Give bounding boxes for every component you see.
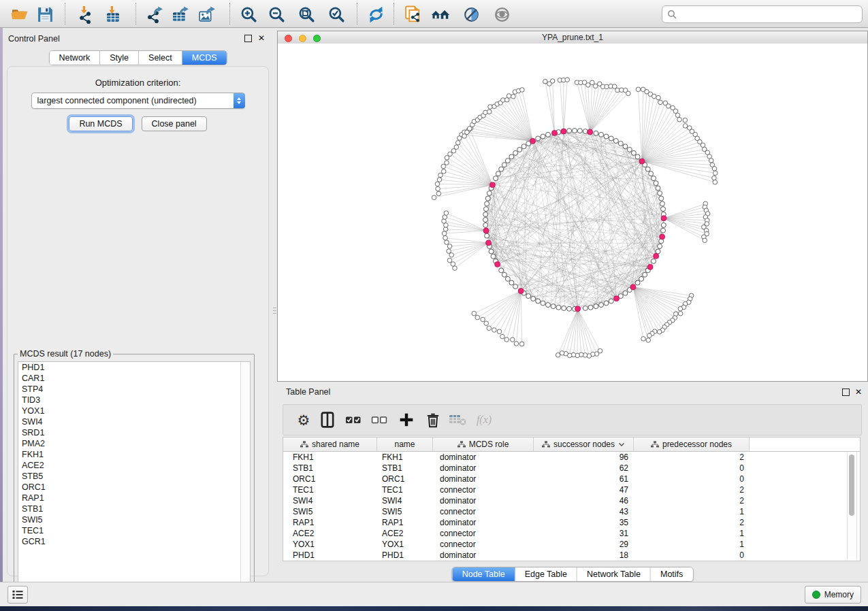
import-network-icon[interactable] (76, 5, 95, 24)
export-table-icon[interactable] (171, 5, 190, 24)
tab-mcds[interactable]: MCDS (182, 51, 227, 65)
mcds-result-item[interactable]: ACE2 (18, 460, 250, 471)
float-table-panel-icon[interactable] (841, 387, 850, 397)
cell-shared-name: ACE2 (283, 529, 377, 538)
column-header-MCDS-role[interactable]: MCDS role (433, 437, 534, 451)
export-network-icon[interactable] (145, 5, 164, 24)
desktop-wallpaper-left (0, 27, 3, 606)
column-header-name[interactable]: name (377, 437, 433, 451)
select-all-icon[interactable] (344, 411, 362, 429)
cell-name: STB1 (377, 463, 433, 473)
sort-desc-icon (618, 442, 625, 447)
mcds-result-item[interactable]: SWI5 (18, 514, 250, 525)
mcds-result-item[interactable]: STB1 (18, 503, 250, 514)
table-row[interactable]: SWI5SWI5connector431 (283, 506, 860, 517)
cell-predecessor-nodes: 2 (634, 496, 750, 506)
mcds-result-item[interactable]: ORC1 (18, 482, 250, 493)
mcds-result-item[interactable]: YOX1 (18, 406, 250, 416)
mcds-result-item[interactable]: RAP1 (18, 493, 250, 503)
save-session-icon[interactable] (35, 5, 54, 24)
search-input[interactable] (677, 7, 862, 21)
cell-successor-nodes: 35 (534, 518, 634, 527)
gear-icon[interactable]: ⚙ (295, 411, 312, 429)
export-image-icon[interactable] (197, 5, 216, 24)
run-mcds-button[interactable]: Run MCDS (69, 116, 132, 131)
mcds-result-list[interactable]: PHD1CAR1STP4TID3YOX1SWI4SRD1PMA2FKH1ACE2… (18, 361, 251, 588)
import-table-icon[interactable] (103, 5, 123, 24)
float-panel-icon[interactable] (243, 33, 253, 43)
network-canvas[interactable] (278, 44, 867, 381)
mcds-tab-content: Optimization criterion: largest connecte… (7, 66, 269, 576)
table-row[interactable]: STB1STB1dominator620 (283, 463, 860, 474)
cell-MCDS-role: dominator (433, 496, 534, 506)
delete-row-icon[interactable] (424, 411, 442, 429)
table-row[interactable]: RAP1RAP1dominator352 (283, 517, 860, 528)
clone-network-icon[interactable] (403, 5, 422, 24)
hide-panels-icon[interactable] (462, 5, 481, 24)
cell-predecessor-nodes: 0 (634, 550, 750, 560)
cell-name: ORC1 (377, 474, 433, 484)
zoom-in-icon[interactable] (239, 5, 258, 24)
close-panel-button[interactable]: Close panel (142, 116, 207, 131)
cell-MCDS-role: connector (433, 540, 534, 549)
optimization-criterion-select[interactable]: largest connected component (undirected) (31, 93, 245, 109)
close-panel-icon[interactable]: ✕ (257, 33, 266, 43)
mcds-result-group: MCDS result (17 nodes) PHD1CAR1STP4TID3Y… (14, 349, 255, 592)
table-scrollbar[interactable] (847, 452, 857, 560)
open-session-icon[interactable] (10, 5, 29, 24)
panel-selector-button[interactable] (7, 586, 28, 604)
table-row[interactable]: TEC1TEC1connector472 (283, 484, 860, 495)
table-row[interactable]: ACE2ACE2connector311 (283, 528, 860, 539)
mcds-result-item[interactable]: STB5 (18, 471, 250, 482)
table-row[interactable]: YOX1YOX1connector291 (283, 539, 860, 550)
zoom-selected-icon[interactable] (327, 5, 346, 24)
splitter-handle[interactable] (272, 301, 277, 319)
mcds-result-item[interactable]: SRD1 (18, 427, 250, 438)
table-row[interactable]: FKH1FKH1dominator962 (283, 452, 860, 463)
cell-name: PHD1 (377, 550, 433, 560)
deselect-all-icon[interactable] (370, 411, 388, 429)
tab-edge-table[interactable]: Edge Table (515, 567, 577, 581)
column-header-predecessor-nodes[interactable]: predecessor nodes (634, 437, 750, 451)
search-box[interactable] (662, 5, 863, 23)
refresh-layout-icon[interactable] (366, 5, 385, 24)
tab-select[interactable]: Select (139, 51, 182, 65)
mcds-result-item[interactable]: PHD1 (18, 362, 250, 373)
list-icon (12, 590, 23, 599)
column-header-successor-nodes[interactable]: successor nodes (534, 437, 634, 451)
cell-shared-name: TEC1 (283, 485, 377, 495)
column-header-shared-name[interactable]: shared name (283, 437, 377, 451)
tab-style[interactable]: Style (100, 51, 139, 65)
control-panel-title: Control Panel (8, 34, 60, 44)
cell-shared-name: SWI5 (283, 507, 377, 516)
columns-icon[interactable] (319, 411, 336, 429)
mcds-result-item[interactable]: SWI4 (18, 416, 250, 427)
tab-network-table[interactable]: Network Table (577, 567, 651, 581)
add-row-icon[interactable] (398, 411, 415, 429)
table-scrollbar-thumb[interactable] (849, 455, 854, 516)
mcds-result-item[interactable]: GCR1 (18, 536, 250, 547)
tab-network[interactable]: Network (49, 51, 100, 65)
zoom-out-icon[interactable] (267, 5, 286, 24)
mcds-result-item[interactable]: PMA2 (18, 438, 250, 449)
show-panels-icon[interactable] (492, 5, 511, 24)
zoom-fit-icon[interactable] (297, 5, 316, 24)
cell-name: SWI4 (377, 496, 433, 506)
table-row[interactable]: PHD1PHD1dominator180 (283, 550, 860, 561)
table-toolbar: ⚙ f(x) (283, 404, 862, 435)
tab-motifs[interactable]: Motifs (651, 567, 692, 581)
mcds-result-item[interactable]: FKH1 (18, 449, 250, 460)
mcds-result-item[interactable]: TID3 (18, 395, 250, 406)
close-table-panel-icon[interactable]: ✕ (854, 387, 863, 397)
table-row[interactable]: ORC1ORC1dominator610 (283, 474, 860, 484)
home-icon[interactable] (431, 5, 450, 24)
mcds-result-item[interactable]: TEC1 (18, 525, 250, 536)
mcds-result-item[interactable]: STP4 (18, 384, 250, 395)
memory-button[interactable]: Memory (805, 586, 861, 604)
tab-node-table[interactable]: Node Table (453, 567, 515, 581)
mcds-result-scrollbar[interactable] (240, 362, 250, 587)
mcds-result-item[interactable]: CAR1 (18, 373, 250, 384)
cell-successor-nodes: 47 (534, 485, 634, 495)
hierarchy-icon (651, 441, 659, 448)
table-row[interactable]: SWI4SWI4dominator462 (283, 495, 860, 506)
